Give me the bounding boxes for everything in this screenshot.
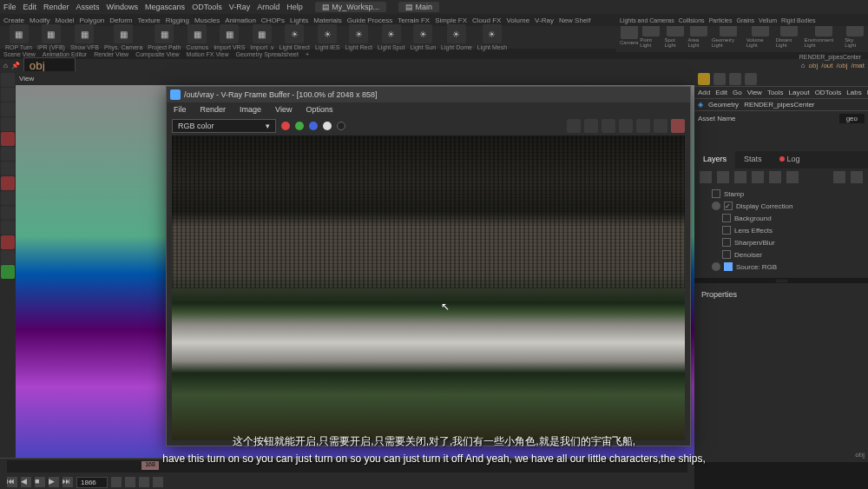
shelf-guide[interactable]: Guide Process xyxy=(347,17,392,24)
tl-prev[interactable]: ◀ xyxy=(21,477,31,487)
vtool-5[interactable] xyxy=(1,147,15,161)
tl-key4[interactable] xyxy=(153,477,163,487)
shelf-lightdome[interactable]: ☀ xyxy=(447,24,466,43)
checkbox-icon[interactable]: ✓ xyxy=(724,202,733,210)
rp-tab-log[interactable]: Log xyxy=(771,151,809,169)
menu-windows[interactable]: Windows xyxy=(107,3,139,11)
shelf-create[interactable]: Create xyxy=(3,17,24,24)
rp-ic-1[interactable] xyxy=(698,73,710,85)
asset-value[interactable]: geo xyxy=(839,114,865,123)
path-seg-obj2[interactable]: /obj xyxy=(837,62,848,69)
shelf-showvfb[interactable]: ▦ xyxy=(75,24,94,43)
vfb-tool-region[interactable] xyxy=(619,119,633,133)
shelf-physcam[interactable]: ▦ xyxy=(114,24,133,43)
menu-edit[interactable]: Edit xyxy=(23,3,37,11)
shelf-ipr[interactable]: ▦ xyxy=(42,24,61,43)
shelf-simplefx[interactable]: Simple FX xyxy=(435,17,467,24)
shelf-texture[interactable]: Texture xyxy=(138,17,161,24)
menu-vray[interactable]: V-Ray xyxy=(229,3,251,11)
rp-tool-6[interactable] xyxy=(786,171,799,183)
layer-denoiser[interactable]: Denoiser xyxy=(694,248,868,261)
shelf-chops[interactable]: CHOPs xyxy=(261,17,285,24)
pane-tab-anim[interactable]: Animation Editor xyxy=(43,51,87,57)
vfb-tool-save[interactable] xyxy=(567,119,581,133)
shelf-lightspot[interactable]: ☀ xyxy=(382,24,401,43)
menu-help[interactable]: Help xyxy=(286,3,303,11)
rshelf-vellum[interactable]: Vellum xyxy=(759,17,777,23)
shelf-projpath[interactable]: ▦ xyxy=(155,24,174,43)
pane-tab-composite[interactable]: Composite View xyxy=(135,51,179,57)
menu-assets[interactable]: Assets xyxy=(76,3,100,11)
shelf-polygon[interactable]: Polygon xyxy=(79,17,104,24)
vfb-channel-select[interactable]: RGB color▾ xyxy=(172,119,276,133)
shelf-lightmesh[interactable]: ☀ xyxy=(483,24,502,43)
tl-stop[interactable]: ■ xyxy=(35,477,45,487)
vfb-tool-pick[interactable] xyxy=(654,119,667,133)
net-labs[interactable]: Labs xyxy=(846,89,861,96)
tl-key3[interactable] xyxy=(139,477,149,487)
path-seg-mat[interactable]: /mat xyxy=(851,62,865,69)
vfb-tool-history[interactable] xyxy=(584,119,598,133)
vfb-render-view[interactable]: ↖ xyxy=(172,135,685,440)
vfb-menu-view[interactable]: View xyxy=(275,105,292,114)
path-seg-out[interactable]: /out xyxy=(821,62,832,69)
rshelf-grains[interactable]: Grains xyxy=(736,17,754,23)
vtool-8[interactable] xyxy=(1,191,15,205)
vtool-13[interactable] xyxy=(1,265,15,279)
shelf-terrain[interactable]: Terrain FX xyxy=(398,17,430,24)
layer-background[interactable]: Background xyxy=(694,212,868,224)
tl-key2[interactable] xyxy=(125,477,135,487)
checkbox-icon[interactable] xyxy=(722,214,731,222)
rshelf-rigid[interactable]: Rigid Bodies xyxy=(781,17,815,23)
pane-tab-geospread[interactable]: Geometry Spreadsheet xyxy=(236,51,299,57)
vtool-9[interactable] xyxy=(1,206,15,220)
shelf-volume[interactable]: Volume xyxy=(506,17,529,24)
pane-tab-add[interactable]: + xyxy=(306,51,309,57)
menu-file[interactable]: File xyxy=(3,3,16,11)
vtool-6[interactable] xyxy=(1,162,15,175)
tl-frame-field[interactable] xyxy=(76,477,108,488)
layer-stamp[interactable]: Stamp xyxy=(694,188,868,200)
shelf-cosmos[interactable]: ▦ xyxy=(187,24,207,43)
shelf-lightrect[interactable]: ☀ xyxy=(349,24,368,43)
layer-display-correction[interactable]: ✓Display Correction xyxy=(694,200,868,212)
path-seg-obj[interactable]: obj xyxy=(809,62,819,69)
vfb-titlebar[interactable]: /out/vray - V-Ray Frame Buffer - [100.0%… xyxy=(167,87,690,102)
vfb-channel-g[interactable] xyxy=(295,122,304,130)
tl-key1[interactable] xyxy=(111,477,122,487)
rshelf-collisions[interactable]: Collisions xyxy=(679,17,705,23)
vfb-tool-compare[interactable] xyxy=(602,119,615,133)
rp-tool-2[interactable] xyxy=(717,171,729,183)
rp-tool-4[interactable] xyxy=(752,171,764,183)
menu-arnold[interactable]: Arnold xyxy=(257,3,279,11)
vfb-channel-r[interactable] xyxy=(281,122,290,130)
shelf-lightdirect[interactable]: ☀ xyxy=(285,24,304,43)
shelf-cloudfx[interactable]: Cloud FX xyxy=(472,17,501,24)
vtool-scale[interactable] xyxy=(1,117,15,131)
layer-sharpen-blur[interactable]: Sharpen/Blur xyxy=(694,236,868,248)
rp-tool-undo[interactable] xyxy=(833,171,845,183)
rshelf-particles[interactable]: Particles xyxy=(709,17,733,23)
pane-tab-motionfx[interactable]: Motion FX View xyxy=(187,51,229,57)
menu-megascans[interactable]: Megascans xyxy=(145,3,185,11)
vfb-menu-options[interactable]: Options xyxy=(306,105,332,114)
shelf-lighties[interactable]: ☀ xyxy=(318,24,337,43)
shelf-vray[interactable]: V-Ray xyxy=(535,17,554,24)
vfb-channel-mono[interactable] xyxy=(337,122,345,130)
menu-render[interactable]: Render xyxy=(43,3,69,11)
checkbox-icon[interactable] xyxy=(712,189,720,198)
right-breadcrumb[interactable]: RENDER_pipesCenter xyxy=(792,52,868,62)
checkbox-icon[interactable] xyxy=(722,238,731,247)
pane-tab-renderview[interactable]: Render View xyxy=(94,51,128,57)
rp-ic-2[interactable] xyxy=(713,73,726,85)
menu-odtools[interactable]: ODTools xyxy=(192,3,222,11)
shelf-newshelf[interactable]: New Shelf xyxy=(559,17,590,24)
eye-icon[interactable] xyxy=(712,202,720,210)
vtool-rotate[interactable] xyxy=(1,102,15,116)
rp-separator[interactable] xyxy=(694,278,868,283)
vfb-menu-file[interactable]: File xyxy=(174,105,187,114)
vfb-menu-render[interactable]: Render xyxy=(201,105,227,114)
rp-tab-stats[interactable]: Stats xyxy=(735,151,771,169)
rp-tool-1[interactable] xyxy=(700,171,712,183)
desktop-tab-main[interactable]: ▤ Main xyxy=(398,2,439,12)
